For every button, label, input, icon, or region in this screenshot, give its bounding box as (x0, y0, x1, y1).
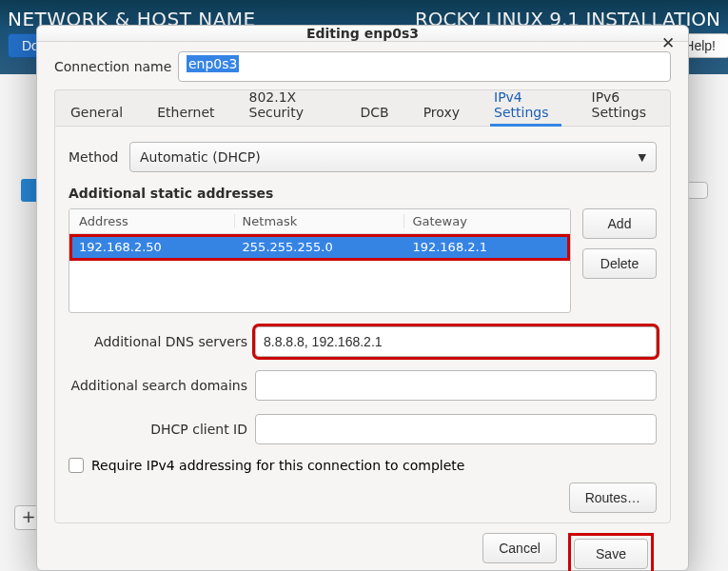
delete-address-button[interactable]: Delete (582, 248, 657, 279)
col-netmask: Netmask (235, 214, 405, 228)
method-label: Method (69, 149, 129, 165)
edit-connection-dialog: Editing enp0s3 ✕ Connection name enp0s3 … (36, 25, 689, 571)
table-header: Address Netmask Gateway (69, 209, 570, 234)
tab-ipv4-settings[interactable]: IPv4 Settings (490, 84, 561, 126)
tab-8021x-security[interactable]: 802.1X Security (246, 84, 330, 126)
cell-address: 192.168.2.50 (69, 240, 235, 254)
routes-button[interactable]: Routes… (569, 482, 657, 513)
col-address: Address (69, 214, 235, 228)
require-ipv4-checkbox[interactable] (69, 458, 84, 473)
search-domains-input[interactable] (255, 370, 657, 401)
close-icon[interactable]: ✕ (658, 33, 679, 54)
tab-bar: General Ethernet 802.1X Security DCB Pro… (54, 89, 671, 126)
connection-name-input[interactable]: enp0s3 (178, 51, 671, 82)
method-value: Automatic (DHCP) (140, 149, 261, 165)
tab-ethernet[interactable]: Ethernet (153, 99, 218, 126)
cell-netmask: 255.255.255.0 (235, 240, 405, 254)
connection-name-value: enp0s3 (187, 55, 239, 72)
dhcp-client-id-label: DHCP client ID (69, 422, 255, 437)
dhcp-client-id-input[interactable] (255, 414, 657, 444)
dns-servers-label: Additional DNS servers (69, 334, 255, 349)
tab-ipv6-settings[interactable]: IPv6 Settings (588, 84, 659, 126)
cell-gateway: 192.168.2.1 (404, 240, 570, 254)
save-button[interactable]: Save (574, 539, 648, 569)
add-address-button[interactable]: Add (582, 208, 657, 239)
annotation-highlight-save: Save (568, 533, 654, 571)
cancel-button[interactable]: Cancel (482, 533, 557, 563)
tab-general[interactable]: General (67, 99, 127, 126)
col-gateway: Gateway (404, 214, 570, 228)
method-select[interactable]: Automatic (DHCP) ▼ (129, 142, 657, 172)
tab-dcb[interactable]: DCB (356, 99, 392, 126)
require-ipv4-label: Require IPv4 addressing for this connect… (91, 458, 464, 473)
tab-proxy[interactable]: Proxy (420, 99, 463, 126)
ipv4-panel: Method Automatic (DHCP) ▼ Additional sta… (54, 126, 671, 523)
dialog-title: Editing enp0s3 (306, 26, 419, 41)
table-row[interactable]: 192.168.2.50 255.255.255.0 192.168.2.1 (69, 234, 570, 259)
search-domains-label: Additional search domains (69, 378, 255, 393)
chevron-down-icon: ▼ (639, 151, 646, 164)
dns-servers-input[interactable] (255, 326, 657, 357)
addresses-heading: Additional static addresses (69, 186, 657, 201)
connection-name-label: Connection name (54, 59, 178, 74)
addresses-table[interactable]: Address Netmask Gateway 192.168.2.50 255… (69, 208, 571, 313)
